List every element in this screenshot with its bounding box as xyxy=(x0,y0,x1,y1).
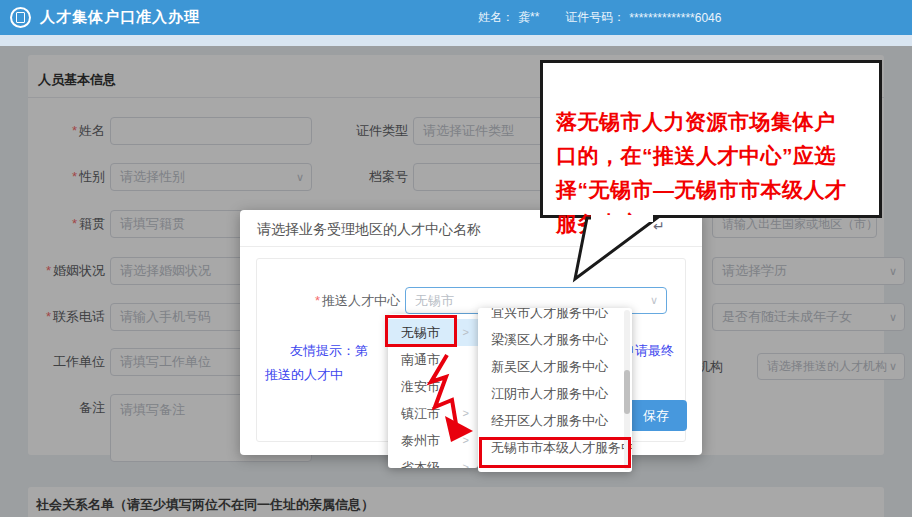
user-id-value: **************6046 xyxy=(629,11,721,25)
chevron-down-icon: ∨ xyxy=(650,294,658,307)
app-header: 人才集体户口准入办理 姓名： 龚** 证件号码： **************6… xyxy=(0,0,912,35)
save-button[interactable]: 保存 xyxy=(625,400,687,431)
tip-text-fragment-3: 推送的人才中 xyxy=(265,366,343,384)
annotation-callout: 落无锡市人力资源市场集体户 口的，在“推送人才中心”应选 择“无锡市—无锡市市本… xyxy=(540,60,882,218)
chevron-right-icon: > xyxy=(463,454,469,468)
app-logo-icon xyxy=(10,7,31,28)
user-id-label: 证件号码： xyxy=(565,9,625,26)
app-root: 人才集体户口准入办理 姓名： 龚** 证件号码： **************6… xyxy=(0,0,912,517)
scrollbar-thumb[interactable] xyxy=(624,370,630,414)
tip-text-fragment-1: 友情提示：第 xyxy=(290,342,368,360)
user-name-value: 龚** xyxy=(518,9,539,26)
push-center-label: *推送人才中心 xyxy=(300,287,400,314)
chevron-right-icon: > xyxy=(463,319,469,346)
user-info: 姓名： 龚** 证件号码： **************6046 xyxy=(478,0,725,35)
annotation-callout-tail xyxy=(545,215,695,285)
annotation-box-city xyxy=(385,315,457,347)
page-title: 人才集体户口准入办理 xyxy=(40,8,200,27)
lightning-arrow-annotation xyxy=(425,352,515,452)
user-name-label: 姓名： xyxy=(478,9,514,26)
header-subbar xyxy=(0,35,912,46)
city-menu-item[interactable]: 省本级> xyxy=(388,454,478,468)
center-menu-item[interactable]: 梁溪区人才服务中心 xyxy=(478,326,632,353)
center-menu-item[interactable]: 宜兴市人才服务中心 xyxy=(478,308,632,326)
modal-title: 请选择业务受理地区的人才中心名称 xyxy=(257,221,481,239)
